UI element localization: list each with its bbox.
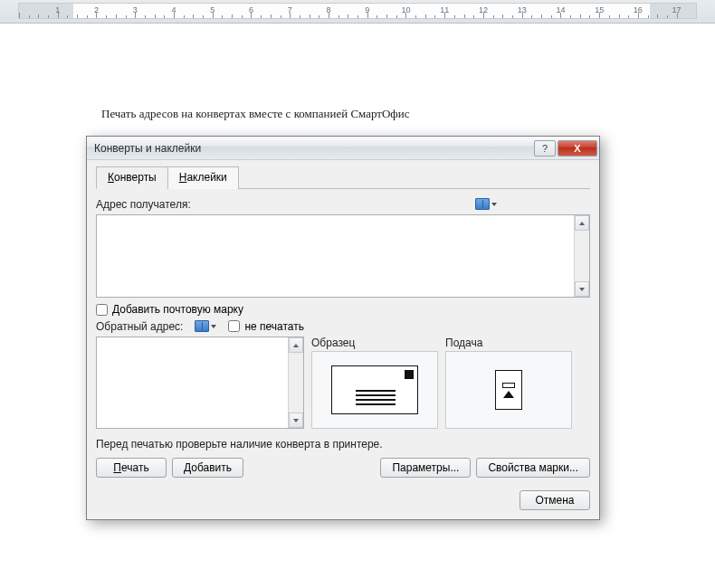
tab-labels[interactable]: Наклейки xyxy=(167,166,239,189)
recipient-addressbook-button[interactable] xyxy=(472,196,500,212)
ruler-number: 14 xyxy=(556,5,565,14)
postage-properties-button[interactable]: Свойства марки... xyxy=(476,458,590,478)
ruler-number: 10 xyxy=(401,5,410,14)
return-scrollbar[interactable] xyxy=(288,337,303,428)
envelopes-dialog: Конверты и наклейки ? X Конверты Наклейк… xyxy=(86,136,600,520)
feed-orientation-icon xyxy=(495,370,522,410)
help-icon: ? xyxy=(542,143,548,154)
ruler-number: 6 xyxy=(249,5,253,14)
return-address-field-wrap xyxy=(96,337,304,429)
dialog-titlebar[interactable]: Конверты и наклейки ? X xyxy=(87,137,599,160)
horizontal-ruler[interactable]: 1234567891011121314151617 xyxy=(18,3,697,19)
ruler-number: 12 xyxy=(479,5,488,14)
feed-label: Подача xyxy=(445,337,572,349)
add-postage-text: Добавить почтовую марку xyxy=(112,303,243,316)
dialog-footer: Отмена xyxy=(96,490,590,510)
ruler-number: 3 xyxy=(133,5,138,14)
addressbook-icon xyxy=(195,320,209,332)
scroll-down-button[interactable] xyxy=(289,413,303,428)
add-postage-checkbox-label[interactable]: Добавить почтовую марку xyxy=(96,303,243,316)
tabs: Конверты Наклейки xyxy=(96,166,590,189)
ruler-left-margin xyxy=(19,4,73,18)
ruler-number: 16 xyxy=(634,5,643,14)
ruler-number: 9 xyxy=(365,5,369,14)
sample-panel: Образец xyxy=(311,337,438,429)
add-button[interactable]: Добавить xyxy=(172,458,243,478)
ruler-number: 13 xyxy=(518,5,527,14)
addressbook-icon xyxy=(475,198,490,210)
dialog-body: Конверты Наклейки Адрес получателя: xyxy=(87,160,599,519)
ruler-number: 11 xyxy=(440,5,449,14)
ruler-number: 5 xyxy=(210,5,214,14)
document-body-text[interactable]: Печать адресов на конвертах вместе с ком… xyxy=(101,107,410,121)
return-address-row: Обратный адрес: не печатать xyxy=(96,318,590,334)
ruler-number: 17 xyxy=(672,5,682,14)
add-postage-row: Добавить почтовую марку xyxy=(96,303,590,316)
ruler-container: 1234567891011121314151617 xyxy=(0,0,715,24)
return-address-field[interactable] xyxy=(97,337,288,428)
omit-return-checkbox[interactable] xyxy=(228,320,240,332)
lower-panels: Образец Подача xyxy=(96,337,590,429)
print-instruction: Перед печатью проверьте наличие конверта… xyxy=(96,438,590,450)
return-address-label: Обратный адрес: xyxy=(96,320,183,333)
print-button[interactable]: Печать xyxy=(96,458,167,478)
dialog-title: Конверты и наклейки xyxy=(94,142,532,155)
arrow-up-icon xyxy=(579,222,585,225)
return-addressbook-button[interactable] xyxy=(192,318,219,334)
chevron-down-icon xyxy=(491,203,497,206)
ruler-number: 1 xyxy=(55,5,60,14)
ruler-number: 4 xyxy=(171,5,176,14)
recipient-label: Адрес получателя: xyxy=(96,198,191,211)
arrow-down-icon xyxy=(293,419,299,422)
options-button[interactable]: Параметры... xyxy=(380,458,471,478)
sample-preview[interactable] xyxy=(311,351,438,429)
omit-return-checkbox-label[interactable]: не печатать xyxy=(228,320,304,333)
ruler-number: 15 xyxy=(595,5,604,14)
recipient-address-field[interactable] xyxy=(97,215,574,297)
add-postage-checkbox[interactable] xyxy=(96,304,108,316)
close-button[interactable]: X xyxy=(558,140,597,156)
feed-panel: Подача xyxy=(445,337,572,429)
cancel-button[interactable]: Отмена xyxy=(520,490,590,510)
close-icon: X xyxy=(574,143,580,154)
envelope-preview-icon xyxy=(331,365,418,414)
scroll-up-button[interactable] xyxy=(575,215,589,231)
ruler-number: 7 xyxy=(288,5,292,14)
ruler-number: 2 xyxy=(94,5,99,14)
arrow-down-icon xyxy=(579,288,585,291)
recipient-address-field-wrap xyxy=(96,214,590,298)
scroll-track[interactable] xyxy=(289,353,303,413)
scroll-track[interactable] xyxy=(575,231,589,281)
help-button[interactable]: ? xyxy=(534,140,556,156)
arrow-up-icon xyxy=(293,344,299,347)
action-buttons: Печать Добавить Параметры... Свойства ма… xyxy=(96,458,590,478)
scroll-up-button[interactable] xyxy=(289,337,303,353)
ruler-number: 8 xyxy=(326,5,330,14)
feed-preview[interactable] xyxy=(445,351,572,429)
tab-envelopes[interactable]: Конверты xyxy=(96,166,168,189)
omit-return-text: не печатать xyxy=(244,320,304,333)
recipient-label-row: Адрес получателя: xyxy=(96,196,590,212)
chevron-down-icon xyxy=(211,325,216,328)
scroll-down-button[interactable] xyxy=(575,281,589,297)
sample-label: Образец xyxy=(311,337,438,349)
recipient-scrollbar[interactable] xyxy=(574,215,589,297)
